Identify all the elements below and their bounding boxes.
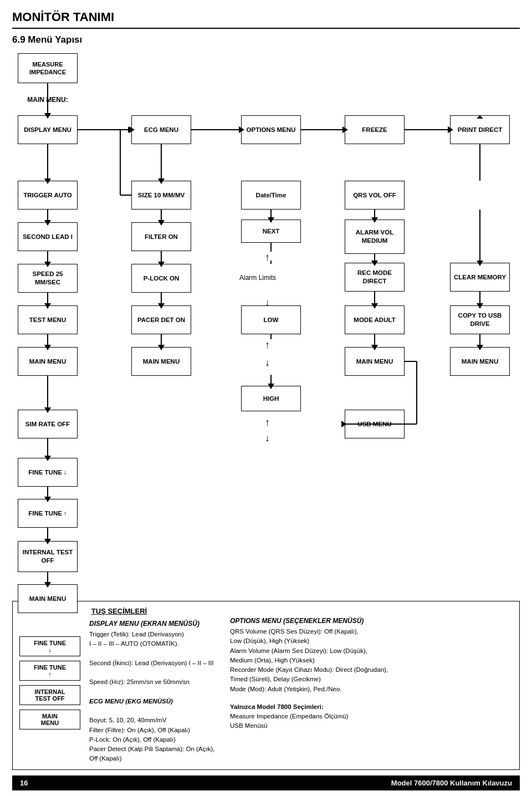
mode-adult-box: MODE ADULT [345,305,405,334]
main-menu-box4: MAIN MENU [450,347,510,376]
rec-mode-box: REC MODE DIRECT [345,263,405,292]
footer-model-text: Model 7600/7800 Kullanım Kılavuzu [391,779,512,787]
alarm-limits-label: Alarm Limits [227,264,288,293]
pacer-det-box: PACER DET ON [131,305,191,334]
down-arrow-3: ↓ [265,432,270,444]
up-arrow-1: ↑ [265,252,270,263]
down-arrow-2: ↓ [265,357,270,369]
footer-bar: 16 Model 7600/7800 Kullanım Kılavuzu [12,775,520,790]
main-menu-box3: MAIN MENU [345,347,405,376]
next-box: NEXT [241,220,301,243]
clear-memory-box: CLEAR MEMORY [450,263,510,292]
fine-tune-down-box: FINE TUNE ↓ [18,458,78,487]
plock-box: P-LOCK ON [131,264,191,293]
fine-tune-up-small: FINE TUNE↑ [19,661,80,681]
datetime-box: Date/Time [241,181,301,210]
main-menu-box5: MAIN MENU [18,584,78,613]
low-box: LOW [241,305,301,334]
usb-menu-box: USB MENU [345,410,405,438]
sim-rate-box: SIM RATE OFF [18,410,78,438]
test-menu-box: TEST MENU [18,305,78,334]
bottom-section: TUŞ SEÇİMLERİ FINE TUNE↓ FINE TUNE↑ INTE… [12,601,520,770]
left-col-title: DISPLAY MENU (EKRAN MENÜSÜ) [89,620,219,627]
main-menu-box1: MAIN MENU [18,347,78,376]
print-direct-box: PRINT DIRECT [450,115,510,144]
main-menu-small: MAINMENU [19,710,80,729]
display-menu-box: DISPLAY MENU [18,115,78,144]
bottom-left-panel: TUŞ SEÇİMLERİ FINE TUNE↓ FINE TUNE↑ INTE… [19,607,219,764]
bottom-left-boxes-col: FINE TUNE↓ FINE TUNE↑ INTERNALTEST OFF M… [19,620,80,764]
bottom-right-panel: OPTIONS MENU (SEÇENEKLER MENÜSÜ) QRS Vol… [230,607,513,764]
main-menu-box2: MAIN MENU [131,347,191,376]
diagram-area: MEASURE IMPEDANCE MAIN MENU: DISPLAY MEN… [12,53,520,596]
measure-impedance-box: MEASURE IMPEDANCE [18,53,78,83]
right-col-title: OPTIONS MENU (SEÇENEKLER MENÜSÜ) [230,617,513,625]
size-box: SIZE 10 MM/MV [131,181,191,210]
right-col-text: QRS Volume (QRS Ses Düzeyi): Off (Kapalı… [230,627,513,694]
bottom-left-text-col: DISPLAY MENU (EKRAN MENÜSÜ) Trigger (Tet… [89,620,219,764]
ecg-menu-box: ECG MENU [131,115,191,144]
main-menu-label: MAIN MENU: [18,92,78,109]
qrs-vol-box: QRS VOL OFF [345,181,405,210]
filter-on-box: FILTER ON [131,222,191,251]
internal-test-box: INTERNAL TEST OFF [18,541,78,572]
page-title: MONİTÖR TANIMI [12,10,520,29]
up-arrow-3: ↑ [265,417,270,428]
fine-tune-down-small: FINE TUNE↓ [19,636,80,656]
left-col-text: Trigger (Tetik): Lead (Derivasyon) I – I… [89,630,219,764]
options-menu-box: OPTIONS MENU [241,115,301,144]
trigger-auto-box: TRIGGER AUTO [18,181,78,210]
freeze-box: FREEZE [345,115,405,144]
internal-test-small: INTERNALTEST OFF [19,685,80,705]
second-lead-box: SECOND LEAD I [18,222,78,251]
section-title: 6.9 Menü Yapısı [12,34,520,45]
high-box: HIGH [241,386,301,411]
speed-box: SPEED 25 MM/SEC [18,264,78,293]
alarm-vol-box: ALARM VOL MEDIUM [345,220,405,254]
yalnizca-text: Yalnızca Model 7800 Seçimleri: Measure I… [230,702,513,731]
fine-tune-up-box: FINE TUNE ↑ [18,499,78,528]
up-arrow-2: ↑ [265,339,270,351]
footer-page-number: 16 [20,779,28,787]
copy-to-usb-box: COPY TO USB DRIVE [450,305,510,334]
